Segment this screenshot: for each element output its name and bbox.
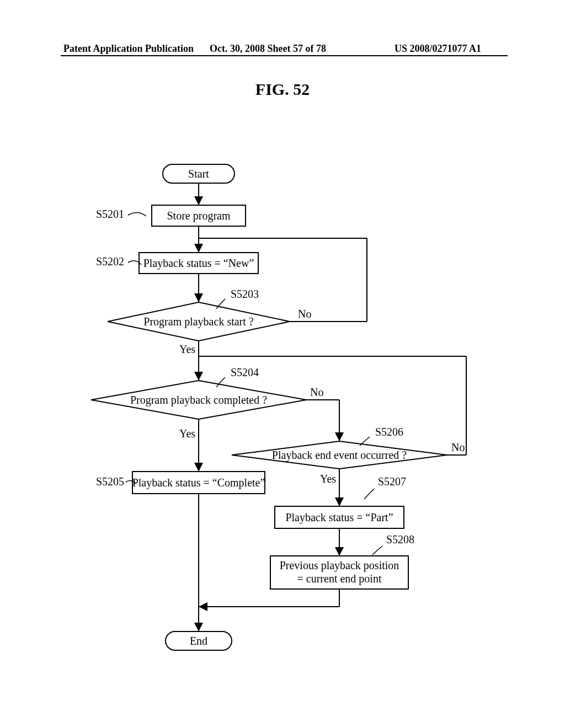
svg-text:Playback status = “Part”: Playback status = “Part” — [285, 511, 393, 524]
node-s5208: Previous playback position = current end… — [270, 556, 408, 589]
svg-text:Playback status = “Complete”: Playback status = “Complete” — [132, 477, 265, 489]
node-s5201: Store program — [152, 205, 246, 226]
svg-text:Start: Start — [188, 168, 209, 180]
label-s5207: S5207 — [378, 475, 406, 488]
flowchart: Start Store program S5201 Playback statu… — [0, 0, 565, 728]
label-s5204: S5204 — [231, 366, 259, 378]
s5206-yes: Yes — [320, 473, 336, 485]
label-s5206: S5206 — [375, 426, 403, 438]
svg-text:Playback status = “New”: Playback status = “New” — [143, 257, 254, 270]
node-s5203: Program playback start ? — [108, 302, 290, 341]
node-s5202: Playback status = “New” — [139, 253, 258, 274]
svg-text:= current end point: = current end point — [297, 572, 382, 585]
node-s5206: Playback end event occurred ? — [232, 441, 447, 469]
svg-text:Store program: Store program — [167, 210, 231, 222]
label-s5201: S5201 — [96, 208, 124, 220]
s5203-yes: Yes — [179, 343, 195, 355]
label-s5202: S5202 — [96, 255, 124, 267]
label-s5203: S5203 — [231, 288, 259, 300]
svg-text:Program playback completed ?: Program playback completed ? — [130, 394, 267, 406]
node-s5205: Playback status = “Complete” — [132, 472, 265, 494]
s5203-no: No — [298, 308, 311, 320]
node-end: End — [166, 631, 232, 650]
s5204-no: No — [310, 386, 323, 398]
svg-text:Program playback start ?: Program playback start ? — [143, 315, 253, 328]
node-s5207: Playback status = “Part” — [275, 506, 404, 528]
svg-text:End: End — [190, 635, 207, 647]
node-s5204: Program playback completed ? — [91, 381, 306, 419]
svg-text:Playback end event occurred ?: Playback end event occurred ? — [272, 449, 407, 462]
svg-text:Previous playback position: Previous playback position — [280, 559, 399, 572]
node-start: Start — [163, 164, 234, 183]
label-s5205: S5205 — [96, 475, 124, 488]
s5204-yes: Yes — [179, 427, 195, 440]
label-s5208: S5208 — [386, 533, 414, 545]
s5206-no: No — [451, 441, 465, 453]
